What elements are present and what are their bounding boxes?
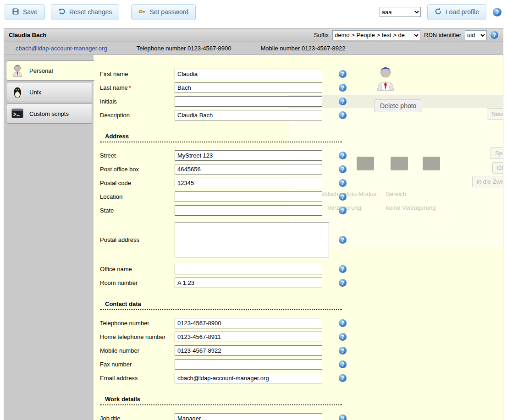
- office-name-label: Office name: [100, 266, 175, 273]
- rdn-identifier-label: RDN identifier: [424, 32, 461, 38]
- help-icon[interactable]: [339, 347, 347, 355]
- section-header-contact: Contact data: [100, 300, 342, 310]
- street-input[interactable]: [175, 150, 322, 161]
- set-password-label: Set password: [149, 8, 188, 16]
- location-input[interactable]: [175, 191, 322, 202]
- tab-unix[interactable]: Unix: [6, 82, 92, 102]
- telephone-input[interactable]: [175, 318, 322, 328]
- help-icon[interactable]: [339, 360, 347, 368]
- reset-changes-button[interactable]: Reset changes: [51, 4, 119, 20]
- main-area: Personal Unix: [4, 55, 503, 420]
- delete-photo-button[interactable]: Delete photo: [374, 99, 422, 112]
- save-button[interactable]: Save: [5, 4, 45, 20]
- form-row: Initials: [100, 96, 357, 107]
- section-header-address: Address: [100, 133, 342, 142]
- key-icon: [138, 8, 146, 16]
- ghost-button-open: Öffne: [492, 162, 503, 174]
- form-row: Last name*: [100, 82, 357, 93]
- help-icon[interactable]: [339, 333, 347, 341]
- form-row: Street: [100, 150, 357, 161]
- rdn-select[interactable]: uid: [465, 30, 487, 40]
- help-icon[interactable]: [339, 84, 347, 92]
- help-icon[interactable]: [339, 111, 347, 119]
- home-telephone-input[interactable]: [175, 332, 322, 342]
- titlebar-right-group: Suffix demo > People > test > de RDN ide…: [314, 30, 498, 40]
- help-icon[interactable]: [339, 415, 347, 420]
- user-photo: [374, 85, 397, 92]
- fax-number-input[interactable]: [175, 359, 322, 370]
- toolbar-help-icon[interactable]: [493, 8, 501, 16]
- help-icon[interactable]: [339, 265, 347, 273]
- postal-address-label: Postal address: [100, 236, 175, 243]
- required-marker: *: [129, 84, 131, 91]
- terminal-icon: [10, 106, 25, 121]
- load-profile-button[interactable]: Load profile: [427, 4, 486, 20]
- form-row: Email address: [100, 373, 357, 383]
- help-icon[interactable]: [339, 279, 347, 287]
- description-label: Description: [100, 112, 175, 119]
- tab-personal[interactable]: Personal: [6, 60, 94, 81]
- titlebar-help-icon[interactable]: [490, 31, 498, 39]
- undo-icon: [58, 8, 66, 16]
- postal-address-textarea[interactable]: [175, 222, 329, 257]
- initials-input[interactable]: [175, 96, 322, 107]
- form-row: Fax number: [100, 359, 357, 370]
- user-icon: [10, 63, 25, 78]
- last-name-input[interactable]: [175, 82, 322, 93]
- fax-number-label: Fax number: [100, 361, 175, 368]
- ghost-button: [357, 157, 374, 170]
- help-icon[interactable]: [339, 193, 347, 201]
- help-icon[interactable]: [339, 179, 347, 187]
- form-row: Job title: [100, 413, 357, 420]
- tab-custom-scripts-label: Custom scripts: [29, 110, 69, 117]
- form-row: Post office box: [100, 164, 357, 175]
- photo-area: Delete photo: [374, 66, 429, 112]
- job-title-input[interactable]: [175, 413, 322, 420]
- summary-telephone: Telephone number 0123-4567-8900: [137, 45, 231, 52]
- email-address-input[interactable]: [175, 373, 322, 383]
- first-name-input[interactable]: [175, 69, 322, 79]
- reload-icon: [435, 8, 442, 16]
- ghost-button: [423, 157, 440, 170]
- form-row: Home telephone number: [100, 332, 357, 342]
- mobile-number-label: Mobile number: [100, 347, 175, 354]
- form-row: State: [100, 205, 357, 216]
- home-telephone-label: Home telephone number: [100, 333, 175, 340]
- email-address-label: Email address: [100, 375, 175, 382]
- suffix-select[interactable]: demo > People > test > de: [332, 30, 420, 40]
- set-password-button[interactable]: Set password: [131, 4, 196, 20]
- form-row: Description: [100, 110, 357, 120]
- room-number-label: Room number: [100, 279, 175, 286]
- form-row: Office name: [100, 264, 357, 274]
- form-row: Postal code: [100, 178, 357, 188]
- job-title-label: Job title: [100, 415, 175, 420]
- postal-code-input[interactable]: [175, 178, 322, 188]
- help-icon[interactable]: [339, 207, 347, 214]
- suffix-label: Suffix: [314, 32, 329, 38]
- description-input[interactable]: [175, 110, 322, 120]
- help-icon[interactable]: [339, 98, 347, 105]
- help-icon[interactable]: [339, 165, 347, 173]
- profile-select[interactable]: aaa: [380, 7, 421, 17]
- top-toolbar: Save Reset changes Set password aaa Load…: [0, 0, 507, 24]
- load-profile-label: Load profile: [446, 8, 479, 16]
- room-number-input[interactable]: [175, 278, 322, 288]
- help-icon[interactable]: [339, 319, 347, 327]
- post-office-box-input[interactable]: [175, 164, 322, 175]
- module-sidebar: Personal Unix: [4, 55, 94, 420]
- help-icon[interactable]: [339, 374, 347, 382]
- account-summary-bar: cbach@ldap-account-manager.org Telephone…: [4, 41, 503, 55]
- help-icon[interactable]: [339, 236, 347, 244]
- form-row: Location: [100, 191, 357, 202]
- personal-tab-content: Neuer S Speich Öffne in die Zwisch Bilds…: [94, 55, 503, 420]
- help-icon[interactable]: [339, 152, 347, 159]
- street-label: Street: [100, 152, 175, 159]
- state-input[interactable]: [175, 205, 322, 216]
- tab-custom-scripts[interactable]: Custom scripts: [6, 104, 92, 124]
- help-icon[interactable]: [339, 70, 347, 78]
- office-name-input[interactable]: [175, 264, 322, 274]
- account-page: Claudia Bach Suffix demo > People > test…: [4, 28, 503, 420]
- postal-code-label: Postal code: [100, 180, 175, 186]
- mobile-number-input[interactable]: [175, 345, 322, 356]
- account-email-link[interactable]: cbach@ldap-account-manager.org: [16, 45, 107, 52]
